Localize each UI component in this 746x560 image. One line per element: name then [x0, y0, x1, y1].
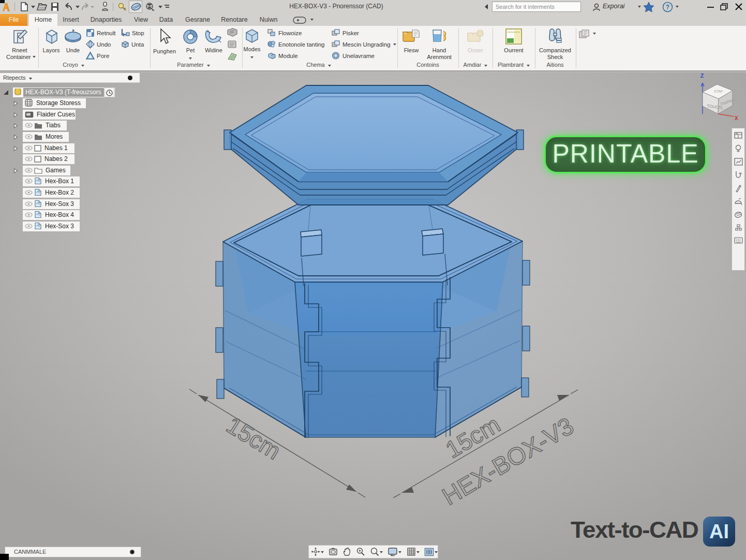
svg-text:XTAF: XTAF: [714, 90, 723, 93]
svg-text:X: X: [735, 115, 738, 121]
svg-text:?: ?: [666, 4, 669, 11]
svg-text:Z: Z: [700, 73, 704, 79]
svg-text:HEX-BOX-V3: HEX-BOX-V3: [438, 412, 578, 510]
